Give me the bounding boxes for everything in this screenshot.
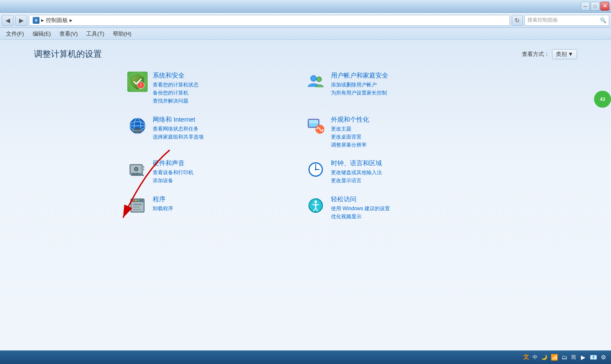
programs-text: 程序 卸载程序 [153, 195, 297, 213]
svg-rect-9 [132, 130, 143, 131]
network-link-2[interactable]: 选择家庭组和共享选项 [153, 133, 297, 141]
panel-item-system-security[interactable]: ! 系统和安全 查看您的计算机状态 备份您的计算机 查找并解决问题 [127, 67, 306, 111]
menu-edit[interactable]: 编辑(E) [28, 28, 55, 39]
taskbar-icon-files[interactable]: 🗂 [560, 353, 569, 361]
panel-grid: ! 系统和安全 查看您的计算机状态 备份您的计算机 查找并解决问题 [93, 67, 518, 226]
user-accounts-text: 用户帐户和家庭安全 添加或删除用户帐户 为所有用户设置家长控制 [331, 72, 475, 97]
user-accounts-icon [306, 72, 326, 92]
main-content: 调整计算机的设置 查看方式： 类别 ▼ [0, 40, 611, 350]
taskbar-icon-email[interactable]: 📧 [589, 353, 597, 361]
appearance-link-3[interactable]: 调整屏幕分辨率 [331, 141, 475, 149]
appearance-link-1[interactable]: 更改主题 [331, 125, 475, 133]
appearance-title[interactable]: 外观和个性化 [331, 116, 475, 124]
sidebar-badge: 43 [594, 91, 611, 108]
chevron-down-icon: ▼ [568, 51, 573, 57]
svg-rect-21 [136, 173, 138, 175]
system-security-link-1[interactable]: 查看您的计算机状态 [153, 81, 297, 89]
svg-rect-36 [133, 209, 141, 210]
programs-icon [127, 195, 148, 216]
back-button[interactable]: ◀ [2, 15, 14, 26]
svg-point-17 [135, 168, 137, 170]
window-controls: ─ □ ✕ [581, 2, 609, 11]
svg-rect-19 [141, 169, 144, 170]
content-header: 调整计算机的设置 查看方式： 类别 ▼ [0, 48, 611, 67]
network-text: 网络和 Internet 查看网络状态和任务 选择家庭组和共享选项 [153, 116, 297, 141]
accessibility-title[interactable]: 轻松访问 [331, 195, 475, 203]
hardware-link-2[interactable]: 添加设备 [153, 177, 297, 185]
taskbar-icon-simplified[interactable]: 简 [571, 354, 576, 361]
hardware-icon [127, 159, 148, 180]
svg-point-3 [317, 77, 322, 82]
panel-item-hardware[interactable]: 硬件和声音 查看设备和打印机 添加设备 [127, 154, 306, 190]
svg-point-31 [132, 200, 134, 201]
accessibility-link-1[interactable]: 使用 Windows 建议的设置 [331, 205, 475, 213]
accessibility-text: 轻松访问 使用 Windows 建议的设置 优化视频显示 [331, 195, 475, 221]
panel-item-clock[interactable]: 时钟、语言和区域 更改键盘或其他输入法 更改显示语言 [306, 154, 484, 190]
path-root: ▸ [41, 17, 44, 23]
svg-rect-35 [133, 206, 140, 208]
forward-button[interactable]: ▶ [15, 15, 27, 26]
network-icon [127, 116, 148, 136]
search-box[interactable]: 搜索控制面板 🔍 [524, 15, 609, 26]
taskbar-icon-play[interactable]: ▶ [579, 353, 587, 361]
taskbar-icon-wubi[interactable]: 文 [523, 353, 529, 361]
maximize-button[interactable]: □ [591, 2, 600, 11]
user-accounts-title[interactable]: 用户帐户和家庭安全 [331, 72, 475, 80]
taskbar: 文 中 🌙 📶 🗂 简 ▶ 📧 ⚙ [0, 350, 611, 364]
panel-item-appearance[interactable]: 外观和个性化 更改主题 更改桌面背景 调整屏幕分辨率 [306, 111, 484, 155]
panel-item-network[interactable]: 网络和 Internet 查看网络状态和任务 选择家庭组和共享选项 [127, 111, 306, 155]
taskbar-icon-network-status[interactable]: 📶 [550, 353, 558, 361]
clock-icon [306, 159, 326, 180]
menu-file[interactable]: 文件(F) [2, 28, 28, 39]
panel-item-programs[interactable]: 程序 卸载程序 [127, 190, 306, 226]
search-placeholder: 搜索控制面板 [527, 17, 558, 24]
close-button[interactable]: ✕ [600, 2, 609, 11]
programs-title[interactable]: 程序 [153, 195, 297, 203]
minimize-button[interactable]: ─ [581, 2, 590, 11]
menu-view[interactable]: 查看(V) [55, 28, 82, 39]
path-separator: ▸ [70, 17, 73, 23]
address-path[interactable]: 🖥 ▸ 控制面板 ▸ [29, 15, 510, 26]
view-dropdown[interactable]: 类别 ▼ [552, 49, 577, 59]
svg-point-2 [311, 75, 317, 81]
clock-text: 时钟、语言和区域 更改键盘或其他输入法 更改显示语言 [331, 159, 475, 185]
titlebar: ─ □ ✕ [0, 0, 611, 13]
clock-link-2[interactable]: 更改显示语言 [331, 177, 475, 185]
appearance-icon [306, 116, 326, 136]
network-link-1[interactable]: 查看网络状态和任务 [153, 125, 297, 133]
panel-item-user-accounts[interactable]: 用户帐户和家庭安全 添加或删除用户帐户 为所有用户设置家长控制 [306, 67, 484, 111]
clock-link-1[interactable]: 更改键盘或其他输入法 [331, 169, 475, 177]
menu-help[interactable]: 帮助(H) [109, 28, 136, 39]
taskbar-icon-settings[interactable]: ⚙ [599, 353, 608, 361]
accessibility-link-2[interactable]: 优化视频显示 [331, 213, 475, 221]
appearance-link-2[interactable]: 更改桌面背景 [331, 133, 475, 141]
taskbar-icon-moon[interactable]: 🌙 [541, 354, 547, 360]
clock-title[interactable]: 时钟、语言和区域 [331, 159, 475, 167]
view-label: 查看方式： [522, 50, 549, 58]
appearance-text: 外观和个性化 更改主题 更改桌面背景 调整屏幕分辨率 [331, 116, 475, 150]
panel-item-accessibility[interactable]: 轻松访问 使用 Windows 建议的设置 优化视频显示 [306, 190, 484, 226]
programs-link-1[interactable]: 卸载程序 [153, 205, 297, 213]
page-title: 调整计算机的设置 [34, 48, 102, 60]
addressbar: ◀ ▶ 🖥 ▸ 控制面板 ▸ ↻ 搜索控制面板 🔍 [0, 13, 611, 28]
view-selector: 查看方式： 类别 ▼ [522, 49, 577, 59]
system-security-icon: ! [127, 72, 148, 92]
user-accounts-link-1[interactable]: 添加或删除用户帐户 [331, 81, 475, 89]
svg-point-32 [135, 200, 137, 201]
search-icon: 🔍 [600, 17, 606, 23]
user-accounts-link-2[interactable]: 为所有用户设置家长控制 [331, 89, 475, 97]
refresh-button[interactable]: ↻ [512, 15, 523, 26]
system-security-link-3[interactable]: 查找并解决问题 [153, 97, 297, 105]
taskbar-icon-chinese[interactable]: 中 [533, 354, 538, 361]
svg-rect-22 [131, 175, 144, 176]
svg-text:!: ! [140, 83, 142, 88]
system-security-link-2[interactable]: 备份您的计算机 [153, 89, 297, 97]
system-security-title[interactable]: 系统和安全 [153, 72, 297, 80]
network-title[interactable]: 网络和 Internet [153, 116, 297, 124]
menu-tools[interactable]: 工具(T) [82, 28, 109, 39]
hardware-link-1[interactable]: 查看设备和打印机 [153, 169, 297, 177]
svg-point-27 [315, 169, 317, 170]
system-security-text: 系统和安全 查看您的计算机状态 备份您的计算机 查找并解决问题 [153, 72, 297, 106]
hardware-title[interactable]: 硬件和声音 [153, 159, 297, 167]
svg-rect-20 [132, 173, 135, 175]
